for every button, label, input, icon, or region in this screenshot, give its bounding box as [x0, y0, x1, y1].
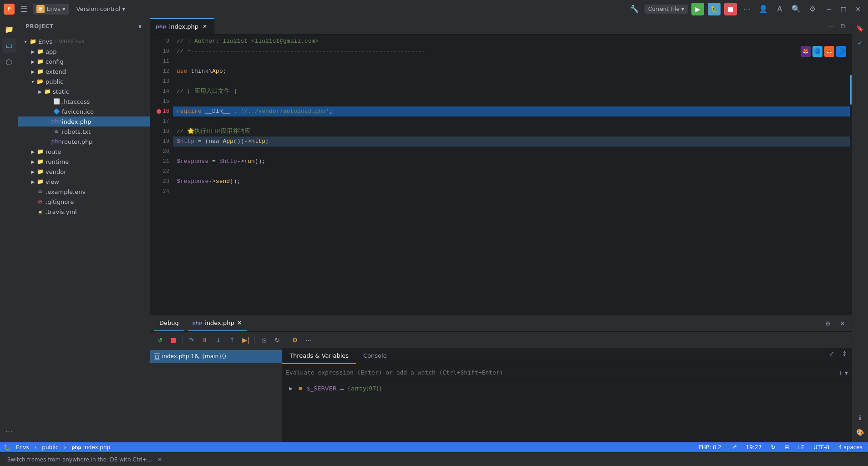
tree-item-static[interactable]: ▶ 📁 static	[18, 86, 150, 96]
frame-item-1[interactable]: □ index.php:16, {main}()	[150, 350, 282, 363]
code-var-response2: $response	[177, 177, 208, 187]
search-icon[interactable]: 🔍	[790, 3, 802, 15]
line-num-19: 19	[154, 137, 169, 147]
var-tab-threads[interactable]: Threads & Variables	[282, 348, 356, 364]
activity-icon-more[interactable]: ⋯	[2, 424, 16, 439]
run-button[interactable]: ▶	[691, 3, 704, 15]
var-sort-btn[interactable]: ↕	[839, 348, 850, 359]
profile-icon[interactable]: 👤	[757, 3, 770, 15]
panel-close-icon[interactable]: ✕	[837, 318, 848, 329]
debug-file-close[interactable]: ✕	[237, 319, 242, 326]
tree-item-public[interactable]: ▾ 📂 public	[18, 76, 150, 86]
tree-item-example-env[interactable]: ≡ .example.env	[18, 187, 150, 197]
maximize-button[interactable]: □	[837, 3, 850, 15]
var-tab-console[interactable]: Console	[356, 348, 394, 364]
tree-item-favicon[interactable]: 🔷 favicon.ico	[18, 106, 150, 116]
panel-settings-icon[interactable]: ⚙	[822, 318, 833, 329]
eval-add-watch-btn[interactable]: + ▾	[838, 369, 848, 376]
tree-item-vendor[interactable]: ▶ 📁 vendor	[18, 167, 150, 177]
dbg-settings-btn[interactable]: ⚙	[289, 334, 301, 346]
tree-root[interactable]: ▾ 📁 Envs E:\PHP\Envs	[18, 36, 150, 46]
status-encoding[interactable]: UTF-8	[812, 444, 831, 451]
tab-overflow-icon[interactable]: ⋯	[826, 21, 836, 31]
dbg-pause-btn[interactable]: ⏸	[199, 334, 211, 346]
status-sync-icon[interactable]: ↻	[769, 444, 777, 451]
var-row-server[interactable]: ▶ ≡ $_SERVER = {array[97]}	[286, 383, 848, 394]
right-icon-info[interactable]: ℹ	[854, 411, 867, 424]
status-bar: 🐛 Envs › public › php index.php PHP: 8.2…	[0, 442, 868, 452]
tab-split-icon[interactable]: ⧉	[838, 21, 848, 31]
dbg-step-out-btn[interactable]: ↑	[226, 334, 238, 346]
public-folder-icon: 📂	[36, 78, 44, 85]
debug-tab-label: Debug	[159, 319, 179, 326]
tree-item-app[interactable]: ▶ 📁 app	[18, 46, 150, 56]
activity-icon-files[interactable]: 📁	[2, 22, 16, 36]
evaluate-input[interactable]	[286, 369, 834, 376]
debug-file-tab[interactable]: php index.php ✕	[188, 315, 247, 331]
dbg-run-to-cursor-btn[interactable]: ▶|	[240, 334, 252, 346]
tree-item-gitignore[interactable]: ⊘ .gitignore	[18, 197, 150, 207]
close-button[interactable]: ✕	[852, 3, 864, 15]
code-content[interactable]: // | Author: liu21st <liu21st@gmail.com>…	[173, 35, 850, 315]
line-num-18: 18	[154, 127, 169, 137]
tree-item-robots[interactable]: ≡ robots.txt	[18, 127, 150, 137]
line-num-20: 20	[154, 147, 169, 157]
status-indent[interactable]: 4 spaces	[837, 444, 864, 451]
stop-button[interactable]: ■	[724, 3, 737, 15]
run-config-selector[interactable]: Current File ▾	[645, 5, 688, 14]
status-php-version[interactable]: PHP: 8.2	[697, 444, 723, 451]
robots-file-icon: ≡	[53, 128, 60, 135]
status-os-icon[interactable]: ⊞	[782, 444, 791, 451]
debug-run-button[interactable]: 🐛	[708, 3, 721, 15]
right-sidebar: 🔖 ✓ ℹ 🎨	[852, 18, 868, 442]
debug-file-php-label: php	[193, 320, 202, 325]
status-index-php[interactable]: php index.php	[70, 444, 112, 451]
debug-tab[interactable]: Debug	[154, 315, 184, 331]
code-keyword-require: require	[177, 106, 205, 116]
code-editor[interactable]: 9 10 11 12 13 14 15 16 17 18 19 20 21	[150, 35, 852, 315]
tree-item-router[interactable]: php router.php	[18, 137, 150, 147]
status-public[interactable]: public	[40, 444, 60, 451]
dbg-copy-stack-btn[interactable]: ⎘	[258, 334, 269, 346]
dbg-reset-btn[interactable]: ↻	[271, 334, 283, 346]
tab-close-button[interactable]: ✕	[201, 23, 208, 30]
minimize-button[interactable]: ─	[822, 3, 835, 15]
status-line-ending[interactable]: LF	[797, 444, 807, 451]
tree-item-htaccess[interactable]: ⬜ .htaccess	[18, 96, 150, 106]
activity-icon-components[interactable]: ⬡	[2, 55, 16, 69]
dbg-stop-btn[interactable]: ■	[168, 334, 179, 346]
translate-icon[interactable]: A	[773, 3, 786, 15]
tree-item-travis[interactable]: ▣ .travis.yml	[18, 207, 150, 217]
more-actions-icon[interactable]: ⋯	[741, 3, 753, 15]
debug-config-icon[interactable]: 🔧	[628, 3, 641, 15]
dbg-resume-btn[interactable]: ↺	[154, 334, 166, 346]
line-num-16: 16	[154, 106, 169, 116]
tree-item-config[interactable]: ▶ 📁 config	[18, 56, 150, 66]
hint-close-btn[interactable]: ✕	[157, 456, 162, 463]
dbg-step-over-btn[interactable]: ↷	[185, 334, 197, 346]
code-text-10: // +------------------------------------…	[177, 46, 425, 56]
status-breadcrumb-sep-2: ›	[64, 444, 66, 451]
tree-item-index-php[interactable]: php index.php	[18, 116, 150, 127]
tree-item-runtime[interactable]: ▶ 📁 runtime	[18, 157, 150, 167]
tree-item-extend[interactable]: ▶ 📁 extend	[18, 66, 150, 76]
status-vcs-icon[interactable]: ⎇	[729, 444, 739, 451]
code-keyword-use: use	[177, 66, 191, 76]
settings-icon[interactable]: ⚙	[806, 3, 819, 15]
var-expand-btn[interactable]: ⤢	[826, 348, 837, 359]
right-icon-palette[interactable]: 🎨	[854, 426, 867, 439]
root-name: Envs	[38, 38, 52, 45]
status-envs[interactable]: Envs	[14, 444, 31, 451]
dbg-more-btn[interactable]: ⋯	[303, 334, 315, 346]
tree-item-route[interactable]: ▶ 📁 route	[18, 147, 150, 157]
dbg-step-into-btn[interactable]: ↓	[213, 334, 224, 346]
right-icon-check[interactable]: ✓	[854, 36, 867, 49]
brand-selector[interactable]: E Envs ▾	[33, 4, 69, 15]
editor-tab-index-php[interactable]: php index.php ✕	[150, 18, 214, 34]
hamburger-menu[interactable]: ☰	[18, 2, 29, 15]
tree-item-view[interactable]: ▶ 📁 view	[18, 177, 150, 187]
status-time[interactable]: 19:27	[744, 444, 764, 451]
version-control-selector[interactable]: Version control ▾	[73, 4, 129, 14]
right-icon-bookmark[interactable]: 🔖	[854, 22, 867, 35]
activity-icon-project[interactable]: 🗂	[2, 38, 16, 53]
